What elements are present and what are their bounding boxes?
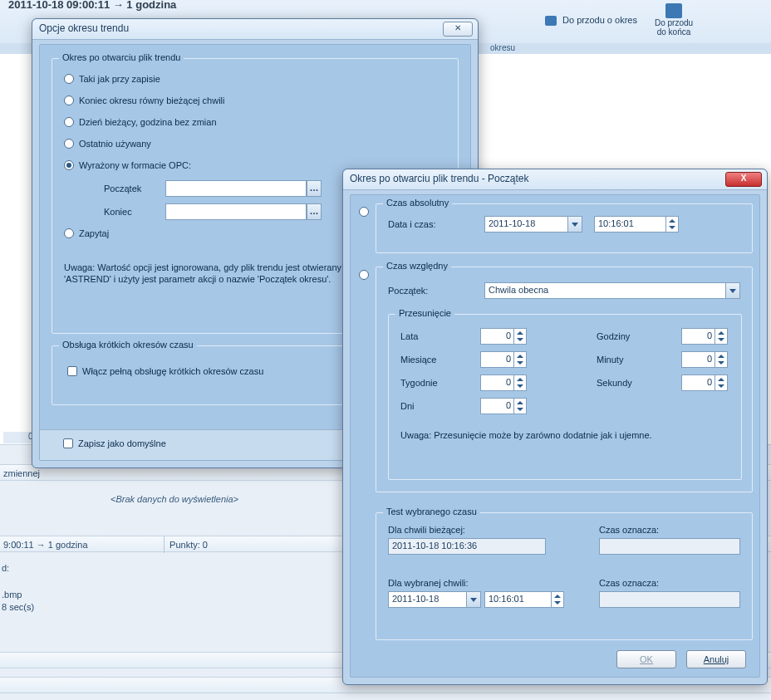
group-test-selected-time: Test wybranego czasu Dla chwili bieżącej… (376, 512, 753, 640)
arrow-icon (545, 16, 557, 26)
btn-forward-period[interactable]: Do przodu o okres (545, 15, 637, 26)
checkbox-icon (63, 438, 73, 448)
log-d-label: d: (2, 562, 351, 575)
input-sekundy[interactable]: 0 (681, 374, 728, 391)
dialog1-title: Opcje okresu trendu (39, 22, 129, 34)
dialog2-title: Okres po otwarciu plik trendu - Początek (350, 173, 528, 184)
dropdown-icon[interactable] (567, 217, 582, 232)
dialog2-titlebar: Okres po otwarciu plik trendu - Początek… (343, 169, 767, 190)
dropdown-icon[interactable] (466, 592, 480, 607)
time-range-header: 2011-10-18 09:00:11 → 1 godzina (8, 0, 176, 11)
label-koniec: Koniec (104, 207, 132, 217)
spinner-icon[interactable] (551, 592, 563, 607)
input-poczatek[interactable] (165, 180, 307, 197)
spinner-icon[interactable] (715, 375, 727, 390)
label-lata: Lata (400, 331, 418, 341)
label-tygodnie: Tygodnie (400, 378, 438, 388)
legend-test: Test wybranego czasu (383, 507, 480, 516)
radio-icon (64, 160, 74, 170)
group-short-periods-legend: Obsługa krótkich okresów czasu (59, 340, 197, 350)
input-lata[interactable]: 0 (480, 328, 527, 345)
radio-icon (64, 117, 74, 127)
input-dla-wyb-time[interactable]: 10:16:01 (484, 591, 564, 608)
radio-opc[interactable]: Wyrażony w formacie OPC: (64, 160, 191, 170)
input-miesiace[interactable]: 0 (480, 351, 527, 368)
input-koniec[interactable] (165, 203, 307, 220)
checkbox-icon (67, 366, 77, 376)
log-secs-line: 8 sec(s) (2, 601, 351, 614)
radio-koniec-biezaca[interactable]: Koniec okresu równy bieżącej chwili (64, 95, 224, 105)
dialog1-titlebar: Opcje okresu trendu ✕ (32, 19, 478, 40)
radio-taki-jak-przy-zapisie[interactable]: Taki jak przy zapisie (64, 74, 160, 84)
label-rel-poczatek: Początek: (388, 286, 428, 296)
label-poczatek: Początek (104, 184, 141, 193)
checkbox-full-short[interactable]: Włącz pełną obsługę krótkich okresów cza… (67, 366, 263, 376)
output-czas-oznacza-2 (599, 591, 740, 608)
radio-czas-absolutny[interactable] (359, 207, 374, 217)
radio-icon (64, 228, 74, 238)
btn-poczatek-browse[interactable]: … (307, 180, 322, 197)
legend-relative: Czas względny (383, 261, 451, 271)
btn-koniec-browse[interactable]: … (307, 203, 322, 220)
label-czas-oznacza-1: Czas oznacza: (599, 525, 659, 535)
dialog1-close-button[interactable]: ✕ (443, 22, 473, 37)
note-offset: Uwaga: Przesunięcie może by zarówno doda… (400, 429, 729, 441)
group-absolute-time: Czas absolutny Data i czas: 2011-10-18 1… (376, 203, 753, 253)
input-abs-time[interactable]: 10:16:01 (594, 216, 679, 233)
select-rel-poczatek[interactable]: Chwila obecna (484, 282, 740, 299)
radio-icon (64, 74, 74, 84)
input-dla-wyb-date[interactable]: 2011-10-18 (388, 591, 481, 608)
group-relative-time: Czas względny Początek: Chwila obecna Pr… (376, 267, 753, 492)
dialog2-close-button[interactable]: X (725, 172, 762, 187)
label-dla-biezacej: Dla chwili bieżącej: (388, 525, 465, 535)
output-dla-biezacej: 2011-10-18 10:16:36 (388, 538, 546, 555)
radio-zapytaj[interactable]: Zapytaj (64, 228, 109, 238)
spinner-icon[interactable] (665, 217, 678, 232)
spinner-icon[interactable] (513, 375, 526, 390)
log-bmp-line: .bmp (2, 589, 351, 601)
radio-icon (359, 207, 369, 217)
spinner-icon[interactable] (513, 352, 526, 367)
legend-offset: Przesunięcie (395, 308, 454, 318)
input-godziny[interactable]: 0 (681, 328, 728, 345)
radio-dzien-biezacy[interactable]: Dzień bieżący, godzina bez zmian (64, 117, 217, 127)
spinner-icon[interactable] (715, 329, 727, 344)
group-open-period-legend: Okres po otwarciu plik trendu (59, 52, 184, 62)
dialog-period-start: Okres po otwarciu plik trendu - Początek… (342, 169, 768, 685)
group-offset: Przesunięcie Lata 0 Miesiące 0 Tygodnie … (388, 314, 742, 480)
spinner-icon[interactable] (715, 352, 727, 367)
legend-absolute: Czas absolutny (383, 198, 452, 208)
forward-end-icon (665, 3, 682, 18)
output-czas-oznacza-1 (599, 538, 740, 555)
input-minuty[interactable]: 0 (681, 351, 728, 368)
checkbox-save-default[interactable]: Zapisz jako domyślne (63, 438, 166, 448)
dropdown-icon[interactable] (725, 283, 739, 298)
btn-forward-to-end[interactable]: Do przodu do końca (646, 2, 701, 43)
label-godziny: Godziny (597, 331, 630, 341)
spinner-icon[interactable] (513, 399, 526, 414)
radio-czas-wzgledny[interactable] (359, 270, 374, 280)
label-dni: Dni (400, 401, 415, 411)
btn-ok[interactable]: OK (616, 650, 676, 668)
btn-anuluj[interactable]: Anuluj (686, 650, 746, 668)
label-czas-oznacza-2: Czas oznacza: (599, 578, 659, 588)
spinner-icon[interactable] (513, 329, 526, 344)
label-minuty: Minuty (597, 355, 623, 365)
input-abs-date[interactable]: 2011-10-18 (484, 216, 582, 233)
input-tygodnie[interactable]: 0 (480, 374, 527, 391)
radio-icon (359, 270, 369, 280)
input-dni[interactable]: 0 (480, 398, 527, 414)
label-miesiace: Miesiące (400, 355, 436, 365)
dialog2-body: Czas absolutny Data i czas: 2011-10-18 1… (350, 194, 760, 678)
label-sekundy: Sekundy (597, 378, 632, 388)
radio-icon (64, 139, 74, 149)
label-data-i-czas: Data i czas: (388, 219, 435, 229)
label-dla-wybranej: Dla wybranej chwili: (388, 578, 469, 588)
no-data-message: <Brak danych do wyświetlenia> (0, 494, 349, 517)
radio-icon (64, 95, 74, 105)
radio-ostatnio-uzywany[interactable]: Ostatnio używany (64, 139, 151, 149)
